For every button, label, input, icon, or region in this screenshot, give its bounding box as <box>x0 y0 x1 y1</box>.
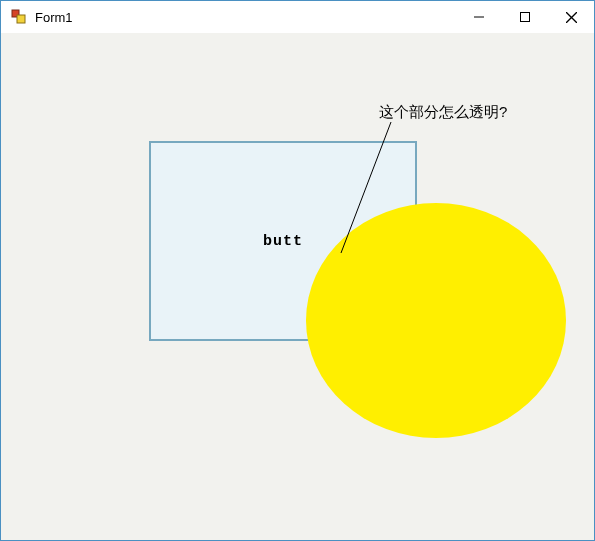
maximize-button[interactable] <box>502 1 548 33</box>
window-title: Form1 <box>35 10 73 25</box>
yellow-ellipse-shape <box>306 203 566 438</box>
maximize-icon <box>520 12 530 22</box>
app-icon <box>11 9 27 25</box>
annotation-text: 这个部分怎么透明? <box>379 103 507 122</box>
close-icon <box>566 12 577 23</box>
close-button[interactable] <box>548 1 594 33</box>
svg-rect-3 <box>521 13 530 22</box>
titlebar[interactable]: Form1 <box>1 1 594 34</box>
client-area: butt 这个部分怎么透明? <box>1 33 594 540</box>
minimize-icon <box>474 12 484 22</box>
panel-button-label: butt <box>263 233 303 250</box>
minimize-button[interactable] <box>456 1 502 33</box>
app-window: Form1 butt 这个部分怎么透明? <box>0 0 595 541</box>
svg-rect-1 <box>17 15 25 23</box>
